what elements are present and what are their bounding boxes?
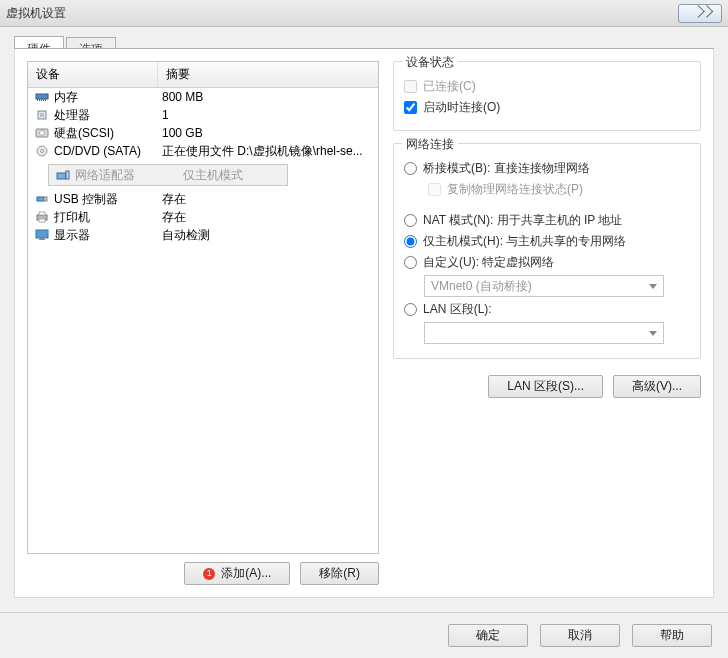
device-name: 硬盘(SCSI) [54, 125, 162, 142]
svg-rect-15 [44, 197, 47, 201]
device-row[interactable]: 硬盘(SCSI)100 GB [28, 124, 378, 142]
add-button-label: 添加(A)... [221, 565, 271, 582]
device-name: 网络适配器 [75, 167, 183, 184]
advanced-button[interactable]: 高级(V)... [613, 375, 701, 398]
device-name: 显示器 [54, 227, 162, 244]
svg-rect-20 [40, 238, 44, 239]
device-status-group: 设备状态 已连接(C) 启动时连接(O) [393, 61, 701, 131]
svg-rect-1 [37, 99, 38, 101]
content-panel: 设备 摘要 内存800 MB处理器1硬盘(SCSI)100 GBCD/DVD (… [14, 49, 714, 598]
step-marker-1: 1 [203, 568, 215, 580]
titlebar: 虚拟机设置 x [0, 0, 728, 27]
network-connection-group: 网络连接 桥接模式(B): 直接连接物理网络 复制物理网络连接状态(P) NAT… [393, 143, 701, 359]
device-row[interactable]: 网络适配器仅主机模式 [48, 164, 288, 186]
device-summary: 存在 [162, 191, 372, 208]
lanseg-radio[interactable] [404, 303, 417, 316]
network-connection-legend: 网络连接 [402, 136, 458, 153]
svg-point-9 [40, 131, 45, 136]
usb-icon [34, 192, 50, 206]
custom-label: 自定义(U): 特定虚拟网络 [423, 254, 554, 271]
device-row[interactable]: USB 控制器存在 [28, 190, 378, 208]
svg-rect-7 [40, 113, 44, 117]
ok-button[interactable]: 确定 [448, 624, 528, 647]
device-list: 设备 摘要 内存800 MB处理器1硬盘(SCSI)100 GBCD/DVD (… [27, 61, 379, 554]
disk-icon [34, 126, 50, 140]
settings-pane: 设备状态 已连接(C) 启动时连接(O) 网络连接 桥接模式(B): 直接连接物… [393, 61, 701, 585]
device-row[interactable]: 处理器1 [28, 106, 378, 124]
list-rows: 内存800 MB处理器1硬盘(SCSI)100 GBCD/DVD (SATA)正… [28, 88, 378, 244]
chevron-down-icon [649, 284, 657, 289]
svg-rect-17 [39, 212, 45, 215]
nat-label: NAT 模式(N): 用于共享主机的 IP 地址 [423, 212, 622, 229]
connected-checkbox [404, 80, 417, 93]
device-summary: 1 [162, 108, 372, 122]
connect-on-power-label: 启动时连接(O) [423, 99, 500, 116]
custom-radio[interactable] [404, 256, 417, 269]
remove-button[interactable]: 移除(R) [300, 562, 379, 585]
device-summary: 800 MB [162, 90, 372, 104]
svg-rect-14 [37, 197, 44, 201]
lan-segments-button[interactable]: LAN 区段(S)... [488, 375, 603, 398]
lanseg-select [424, 322, 664, 344]
replicate-checkbox [428, 183, 441, 196]
chevron-down-icon [649, 331, 657, 336]
device-name: 内存 [54, 89, 162, 106]
device-summary: 仅主机模式 [183, 167, 281, 184]
hostonly-label: 仅主机模式(H): 与主机共享的专用网络 [423, 233, 626, 250]
col-summary[interactable]: 摘要 [158, 62, 378, 87]
device-row[interactable]: 显示器自动检测 [28, 226, 378, 244]
svg-rect-18 [39, 219, 45, 222]
bridged-label: 桥接模式(B): 直接连接物理网络 [423, 160, 590, 177]
network-icon [55, 168, 71, 182]
custom-network-select: VMnet0 (自动桥接) [424, 275, 664, 297]
connect-on-power-checkbox[interactable] [404, 101, 417, 114]
device-row[interactable]: 打印机存在 [28, 208, 378, 226]
add-button[interactable]: 1 添加(A)... [184, 562, 290, 585]
replicate-label: 复制物理网络连接状态(P) [447, 181, 583, 198]
bridged-radio[interactable] [404, 162, 417, 175]
device-summary: 正在使用文件 D:\虚拟机镜像\rhel-se... [162, 143, 372, 160]
device-name: USB 控制器 [54, 191, 162, 208]
custom-network-value: VMnet0 (自动桥接) [431, 278, 532, 295]
monitor-icon [34, 228, 50, 242]
help-button[interactable]: 帮助 [632, 624, 712, 647]
device-status-legend: 设备状态 [402, 54, 458, 71]
svg-rect-19 [36, 230, 48, 238]
memory-icon [34, 90, 50, 104]
device-summary: 自动检测 [162, 227, 372, 244]
svg-rect-4 [43, 99, 44, 101]
svg-point-11 [41, 150, 44, 153]
svg-rect-12 [57, 173, 66, 179]
cpu-icon [34, 108, 50, 122]
hostonly-radio[interactable] [404, 235, 417, 248]
device-list-pane: 设备 摘要 内存800 MB处理器1硬盘(SCSI)100 GBCD/DVD (… [27, 61, 379, 585]
svg-rect-5 [45, 99, 46, 101]
window-title: 虚拟机设置 [6, 5, 678, 22]
close-button[interactable]: x [678, 4, 722, 23]
device-name: CD/DVD (SATA) [54, 144, 162, 158]
device-row[interactable]: 内存800 MB [28, 88, 378, 106]
connected-label: 已连接(C) [423, 78, 476, 95]
svg-rect-13 [66, 171, 69, 179]
cd-icon [34, 144, 50, 158]
nat-radio[interactable] [404, 214, 417, 227]
printer-icon [34, 210, 50, 224]
lanseg-label: LAN 区段(L): [423, 301, 492, 318]
cancel-button[interactable]: 取消 [540, 624, 620, 647]
device-name: 打印机 [54, 209, 162, 226]
device-row[interactable]: CD/DVD (SATA)正在使用文件 D:\虚拟机镜像\rhel-se... [28, 142, 378, 160]
dialog-footer: 确定 取消 帮助 [0, 612, 728, 658]
svg-rect-21 [39, 239, 45, 240]
svg-rect-2 [39, 99, 40, 101]
svg-rect-3 [41, 99, 42, 101]
device-summary: 存在 [162, 209, 372, 226]
list-header: 设备 摘要 [28, 62, 378, 88]
col-device[interactable]: 设备 [28, 62, 158, 87]
device-name: 处理器 [54, 107, 162, 124]
device-summary: 100 GB [162, 126, 372, 140]
svg-rect-0 [36, 94, 48, 99]
